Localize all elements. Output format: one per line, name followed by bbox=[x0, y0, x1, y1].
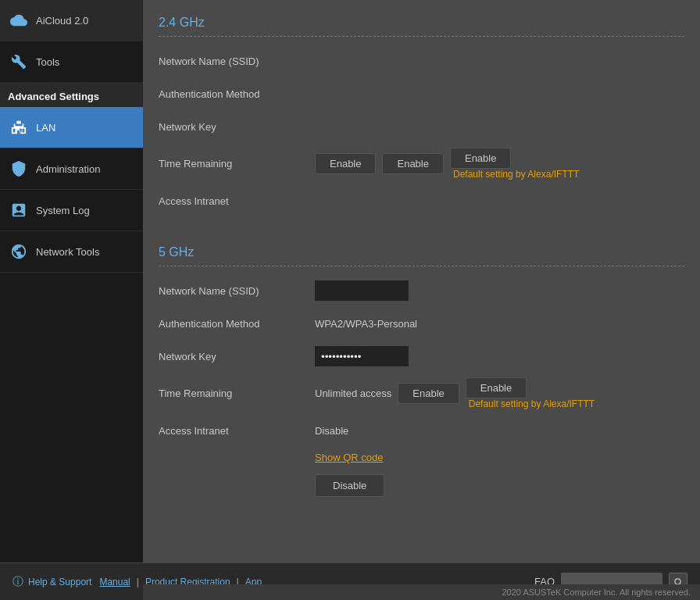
sidebar-item-lan-label: LAN bbox=[36, 122, 55, 134]
main-content: 2.4 GHz Network Name (SSID) Authenticati… bbox=[143, 0, 700, 562]
value-5-intranet: Disable bbox=[315, 425, 684, 437]
disable-button[interactable]: Disable bbox=[315, 474, 384, 497]
sidebar: AiCloud 2.0 Tools Advanced Settings LAN … bbox=[0, 0, 143, 600]
copyright-bar: 2020 ASUSTeK Computer Inc. All rights re… bbox=[143, 584, 700, 600]
label-24-ssid: Network Name (SSID) bbox=[159, 55, 315, 67]
sidebar-item-syslog-label: System Log bbox=[36, 205, 90, 216]
label-5-auth: Authentication Method bbox=[159, 318, 315, 330]
text-5-time: Unlimited access bbox=[315, 388, 391, 399]
label-5-key: Network Key bbox=[159, 351, 315, 362]
copyright-text: 2020 ASUSTeK Computer Inc. All rights re… bbox=[502, 588, 691, 597]
section-5ghz: 5 GHz Network Name (SSID) Authentication… bbox=[159, 245, 684, 497]
label-24-time: Time Remaining bbox=[159, 158, 315, 170]
value-5-ssid bbox=[315, 280, 684, 301]
sidebar-item-aicloud-label: AiCloud 2.0 bbox=[36, 15, 88, 27]
row-5-intranet: Access Intranet Disable bbox=[159, 419, 684, 442]
enable-btn-24-1[interactable]: Enable bbox=[315, 153, 376, 174]
row-24-auth: Authentication Method bbox=[159, 82, 684, 105]
default-label-24: Default setting by Alexa/IFTTT bbox=[453, 169, 579, 180]
default-label-5: Default setting by Alexa/IFTTT bbox=[469, 398, 595, 409]
log-icon bbox=[8, 199, 30, 221]
row-5-auth: Authentication Method WPA2/WPA3-Personal bbox=[159, 312, 684, 335]
label-5-intranet: Access Intranet bbox=[159, 425, 315, 437]
row-24-ssid: Network Name (SSID) bbox=[159, 49, 684, 73]
text-5-intranet: Disable bbox=[315, 425, 348, 437]
section-5ghz-heading: 5 GHz bbox=[159, 245, 684, 259]
admin-icon bbox=[8, 158, 30, 180]
sidebar-item-system-log[interactable]: System Log bbox=[0, 190, 143, 231]
wrench-icon bbox=[8, 51, 30, 73]
manual-link[interactable]: Manual bbox=[99, 577, 130, 588]
sidebar-item-admin-label: Administration bbox=[36, 163, 100, 175]
row-24-time: Time Remaining Enable Enable Enable Defa… bbox=[159, 148, 684, 180]
value-5-time: Unlimited access Enable Enable Default s… bbox=[315, 377, 684, 409]
value-5-key bbox=[315, 346, 684, 366]
row-5-time: Time Remaining Unlimited access Enable E… bbox=[159, 377, 684, 409]
input-5-key[interactable] bbox=[315, 346, 409, 366]
label-24-intranet: Access Intranet bbox=[159, 195, 315, 207]
row-24-key: Network Key bbox=[159, 115, 684, 138]
help-support-label: Help & Support bbox=[28, 577, 91, 588]
row-24-intranet: Access Intranet bbox=[159, 189, 684, 212]
label-5-time: Time Remaining bbox=[159, 388, 315, 399]
label-24-auth: Authentication Method bbox=[159, 88, 315, 100]
row-5-ssid: Network Name (SSID) bbox=[159, 279, 684, 302]
sidebar-item-aicloud[interactable]: AiCloud 2.0 bbox=[0, 0, 143, 41]
enable-btn-5-2[interactable]: Enable bbox=[466, 377, 527, 398]
text-5-auth: WPA2/WPA3-Personal bbox=[315, 318, 417, 330]
sidebar-item-tools-label: Tools bbox=[36, 56, 59, 68]
section-24ghz-heading: 2.4 GHz bbox=[159, 16, 684, 30]
sidebar-item-nettools-label: Network Tools bbox=[36, 246, 99, 258]
network-icon bbox=[8, 241, 30, 262]
label-5-ssid: Network Name (SSID) bbox=[159, 285, 315, 297]
sidebar-item-lan[interactable]: LAN bbox=[0, 107, 143, 148]
section-24ghz: 2.4 GHz Network Name (SSID) Authenticati… bbox=[159, 16, 684, 212]
label-24-key: Network Key bbox=[159, 121, 315, 133]
show-qr-link[interactable]: Show QR code bbox=[315, 452, 684, 463]
lan-icon bbox=[8, 116, 30, 138]
value-5-auth: WPA2/WPA3-Personal bbox=[315, 318, 684, 330]
enable-btn-24-3[interactable]: Enable bbox=[450, 148, 511, 169]
value-24-time: Enable Enable Enable Default setting by … bbox=[315, 148, 684, 180]
help-circle-icon: ⓘ bbox=[12, 575, 23, 589]
advanced-settings-label: Advanced Settings bbox=[0, 83, 143, 107]
cloud-icon bbox=[8, 9, 30, 31]
sidebar-item-network-tools[interactable]: Network Tools bbox=[0, 231, 143, 273]
enable-btn-24-2[interactable]: Enable bbox=[382, 153, 443, 174]
section-5ghz-divider bbox=[159, 266, 684, 266]
row-5-key: Network Key bbox=[159, 345, 684, 368]
enable-btn-5-1[interactable]: Enable bbox=[398, 383, 459, 404]
input-5-ssid[interactable] bbox=[315, 280, 409, 301]
sidebar-item-administration[interactable]: Administration bbox=[0, 148, 143, 190]
sidebar-item-tools[interactable]: Tools bbox=[0, 41, 143, 83]
section-24ghz-divider bbox=[159, 36, 684, 37]
